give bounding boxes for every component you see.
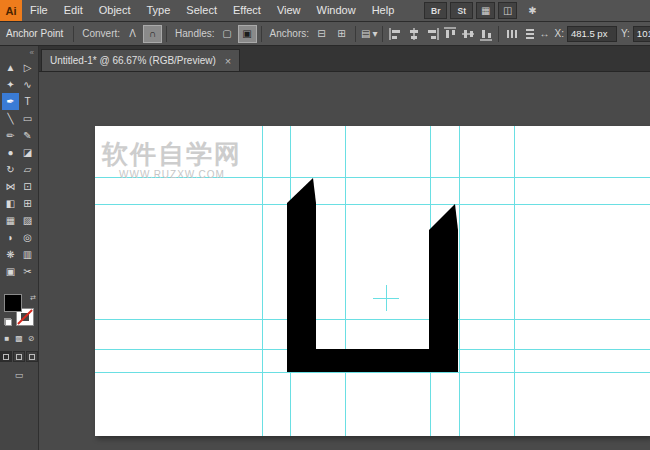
- direct-selection-tool[interactable]: ▷: [19, 59, 36, 76]
- tool-grid: ▲▷✦∿✒T╲▭✏✎●◪↻▱⋈⊡◧⊞▦▨◗◎❋▥▣✂: [2, 59, 36, 280]
- pen-tool[interactable]: ✒: [2, 93, 19, 110]
- draw-behind-button[interactable]: [13, 351, 25, 362]
- illustrator-logo-icon[interactable]: Ai: [0, 0, 22, 21]
- align-right-button[interactable]: [423, 26, 440, 42]
- right-stem-shape[interactable]: [429, 204, 458, 372]
- convert-to-smooth-icon[interactable]: ∩: [143, 25, 162, 43]
- bridge-button[interactable]: Br: [424, 2, 447, 19]
- cut-path-icon[interactable]: ⊞: [332, 25, 351, 43]
- menu-select[interactable]: Select: [178, 0, 225, 21]
- screen-mode-button[interactable]: ▭: [15, 370, 24, 380]
- menu-object[interactable]: Object: [91, 0, 139, 21]
- default-fill-stroke-icon[interactable]: [4, 318, 12, 326]
- perspective-grid-tool[interactable]: ⊞: [19, 195, 36, 212]
- eraser-tool[interactable]: ◪: [19, 144, 36, 161]
- eyedropper-tool[interactable]: ◗: [2, 229, 19, 246]
- style-button[interactable]: St: [450, 2, 473, 19]
- magic-wand-tool[interactable]: ✦: [2, 76, 19, 93]
- gradient-tool[interactable]: ▨: [19, 212, 36, 229]
- distribute-vertical-button[interactable]: [521, 26, 538, 42]
- menu-type[interactable]: Type: [139, 0, 179, 21]
- type-tool[interactable]: T: [19, 93, 36, 110]
- column-graph-tool[interactable]: ▥: [19, 246, 36, 263]
- transform-icon[interactable]: ↔: [538, 25, 550, 43]
- y-label: Y:: [621, 28, 630, 39]
- blob-brush-tool[interactable]: ●: [2, 144, 19, 161]
- document-tab-strip: Untitled-1* @ 66.67% (RGB/Preview) ×: [39, 46, 650, 72]
- divider: [73, 26, 74, 42]
- shape-builder-tool[interactable]: ◧: [2, 195, 19, 212]
- gradient-button[interactable]: ▩: [15, 334, 24, 343]
- free-transform-tool[interactable]: ⊡: [19, 178, 36, 195]
- rotate-tool[interactable]: ↻: [2, 161, 19, 178]
- document-tab[interactable]: Untitled-1* @ 66.67% (RGB/Preview) ×: [41, 49, 240, 71]
- divider: [355, 26, 356, 42]
- document-tab-title: Untitled-1* @ 66.67% (RGB/Preview): [50, 55, 216, 66]
- document-layout-icon[interactable]: ◫: [498, 2, 517, 19]
- hide-handles-icon[interactable]: ▢: [218, 25, 237, 43]
- none-button[interactable]: ⊘: [27, 334, 36, 343]
- convert-to-corner-icon[interactable]: Λ: [123, 25, 142, 43]
- illustrator-window: Ai FileEditObjectTypeSelectEffectViewWin…: [0, 0, 650, 450]
- width-tool[interactable]: ⋈: [2, 178, 19, 195]
- scale-tool[interactable]: ▱: [19, 161, 36, 178]
- x-label: X:: [554, 28, 563, 39]
- tools-collapse-button[interactable]: «: [30, 48, 34, 57]
- draw-normal-icon: [3, 354, 9, 360]
- default-stroke-mini: [5, 319, 12, 326]
- line-segment-tool[interactable]: ╲: [2, 110, 19, 127]
- rectangle-tool[interactable]: ▭: [19, 110, 36, 127]
- bottom-bar-shape[interactable]: [287, 349, 458, 372]
- color-mode-row: ■ ▩ ⊘: [3, 334, 36, 343]
- lasso-tool[interactable]: ∿: [19, 76, 36, 93]
- artboard[interactable]: 软件自学网 WWW.RUZXW.COM: [95, 126, 650, 436]
- fill-swatch[interactable]: [4, 294, 22, 312]
- distribute-buttons: [503, 26, 538, 42]
- distribute-horizontal-button[interactable]: [503, 26, 520, 42]
- draw-normal-button[interactable]: [0, 351, 12, 362]
- slice-tool[interactable]: ✂: [19, 263, 36, 280]
- anchors-label: Anchors:: [270, 28, 309, 39]
- mesh-tool[interactable]: ▦: [2, 212, 19, 229]
- symbol-sprayer-tool[interactable]: ❋: [2, 246, 19, 263]
- document-setup-dropdown-icon[interactable]: ▾: [371, 25, 378, 43]
- draw-behind-icon: [16, 354, 22, 360]
- align-center-vertical-button[interactable]: [459, 26, 476, 42]
- align-left-button[interactable]: [387, 26, 404, 42]
- menu-file[interactable]: File: [22, 0, 56, 21]
- workspace-switcher-icon[interactable]: ✱: [528, 5, 536, 16]
- show-handles-icon[interactable]: ▣: [238, 25, 257, 43]
- arrange-documents-icon[interactable]: ▦: [476, 2, 495, 19]
- draw-inside-button[interactable]: [26, 351, 38, 362]
- tab-close-icon[interactable]: ×: [225, 56, 231, 66]
- pencil-tool[interactable]: ✎: [19, 127, 36, 144]
- align-top-button[interactable]: [441, 26, 458, 42]
- x-input[interactable]: 481.5 px: [567, 26, 617, 42]
- divider: [166, 26, 167, 42]
- tools-panel-header: «: [0, 46, 38, 59]
- left-stem-shape[interactable]: [287, 178, 316, 372]
- artboard-svg[interactable]: [95, 126, 650, 436]
- selection-tool[interactable]: ▲: [2, 59, 19, 76]
- y-input[interactable]: 101.5 px: [633, 26, 650, 42]
- canvas[interactable]: 软件自学网 WWW.RUZXW.COM: [39, 72, 650, 450]
- menu-help[interactable]: Help: [364, 0, 403, 21]
- color-button[interactable]: ■: [3, 334, 12, 343]
- draw-modes: [0, 351, 38, 362]
- align-center-horizontal-button[interactable]: [405, 26, 422, 42]
- remove-anchor-icon[interactable]: ⊟: [312, 25, 331, 43]
- menu-view[interactable]: View: [269, 0, 309, 21]
- paintbrush-tool[interactable]: ✏: [2, 127, 19, 144]
- blend-tool[interactable]: ◎: [19, 229, 36, 246]
- artboard-tool[interactable]: ▣: [2, 263, 19, 280]
- tools-panel: « ▲▷✦∿✒T╲▭✏✎●◪↻▱⋈⊡◧⊞▦▨◗◎❋▥▣✂ ⇄ ■ ▩ ⊘: [0, 46, 39, 450]
- swap-fill-stroke-icon[interactable]: ⇄: [30, 294, 36, 302]
- menu-bar-buttons: Br St ▦ ◫ ✱: [424, 2, 536, 19]
- menu-window[interactable]: Window: [309, 0, 364, 21]
- document-setup-icon[interactable]: ▤: [360, 25, 371, 43]
- menu-effect[interactable]: Effect: [225, 0, 269, 21]
- menu-edit[interactable]: Edit: [56, 0, 91, 21]
- fill-stroke-widget: ⇄: [4, 294, 34, 326]
- align-bottom-button[interactable]: [477, 26, 494, 42]
- draw-inside-icon: [29, 354, 35, 360]
